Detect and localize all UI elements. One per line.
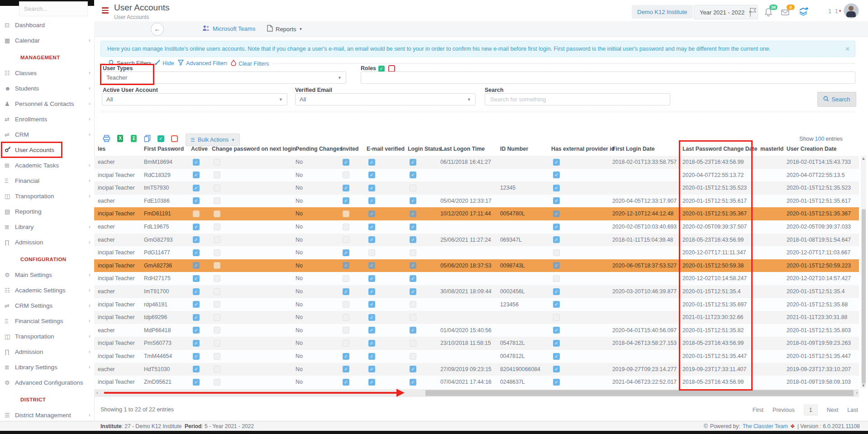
print-icon[interactable] <box>103 134 110 143</box>
checkbox-chg[interactable] <box>214 197 220 204</box>
checkbox-chg[interactable] <box>214 224 220 230</box>
column-header-role[interactable]: les <box>98 146 105 152</box>
classter-team-link[interactable]: The Classter Team <box>743 423 788 429</box>
sidebar-item-dashboard[interactable]: ⊡Dashboard <box>0 17 94 33</box>
advanced-filters-button[interactable]: Advanced Filters <box>174 60 232 67</box>
table-row[interactable]: eacherHdT51030✓No✓✓✓27/09/2019 09:23:158… <box>94 363 859 376</box>
checkbox-email[interactable]: ✓ <box>368 197 375 204</box>
checkbox-ext[interactable]: ✓ <box>553 210 560 217</box>
checkbox-active[interactable]: ✓ <box>193 159 200 166</box>
sidebar-item-transportation[interactable]: ◫Transportation‹ <box>0 188 94 204</box>
checkbox-email[interactable]: ✓ <box>368 379 375 386</box>
checkbox-login[interactable] <box>410 301 416 308</box>
table-row[interactable]: incipal Teacherrdp46191✓No✓123456✓2020-0… <box>94 298 859 311</box>
table-row[interactable]: incipal TeacherZmD95621✓No✓✓✓07/04/2021 … <box>94 376 859 389</box>
checkbox-active[interactable]: ✓ <box>193 172 200 178</box>
checkbox-email[interactable]: ✓ <box>368 353 375 360</box>
checkbox-ext[interactable]: ✓ <box>553 353 560 360</box>
checkbox-invited[interactable] <box>343 236 349 243</box>
checkbox-ext[interactable]: ✓ <box>553 379 560 386</box>
checkbox-invited[interactable]: ✓ <box>343 159 349 166</box>
checkbox-ext[interactable]: ✓ <box>553 185 560 191</box>
checkbox-chg[interactable] <box>214 159 220 166</box>
column-header-master[interactable]: masterId <box>760 146 783 152</box>
horizontal-scrollbar[interactable]: ‹ › <box>94 389 859 397</box>
verified-email-select[interactable]: All▼ <box>295 93 476 105</box>
sidebar-item-students[interactable]: ☻Students‹ <box>0 81 94 96</box>
table-row[interactable]: eacherFdL19675✓No✓✓✓2020-02-05T10:03:40.… <box>94 220 859 234</box>
column-header-pwd[interactable]: First Password <box>144 146 184 152</box>
sidebar-item-admission[interactable]: ∏Admission‹ <box>0 234 94 250</box>
table-row[interactable]: incipal TeacherPmS60773✓No✓23/10/2018 11… <box>94 337 859 350</box>
pagination-last[interactable]: Last <box>847 407 858 413</box>
checkbox-ext[interactable]: ✓ <box>553 172 560 178</box>
hide-filters-button[interactable]: Hide <box>151 60 178 67</box>
checkbox-invited[interactable] <box>343 301 349 308</box>
checkbox-chg[interactable] <box>214 236 220 243</box>
pagination-next[interactable]: Next <box>827 407 839 413</box>
checkbox-login[interactable]: ✓ <box>410 236 416 243</box>
mail-icon[interactable]: 0 <box>780 7 790 17</box>
user-menu-caret-icon[interactable]: ▾ <box>839 9 841 13</box>
select-all-icon[interactable]: ✓ <box>378 66 385 72</box>
checkbox-invited[interactable] <box>343 314 349 321</box>
sidebar-item-transportation[interactable]: ◫Transportation‹ <box>0 329 94 344</box>
sidebar-item-district-management[interactable]: ☰District Management‹ <box>0 407 94 423</box>
table-row[interactable]: incipal TeacherPdG11477✓No✓2020-12-07T17… <box>94 246 859 259</box>
checkbox-invited[interactable]: ✓ <box>343 366 349 372</box>
checkbox-invited[interactable]: ✓ <box>343 249 349 256</box>
column-header-chg[interactable]: Change password on next login <box>212 146 296 152</box>
pagination-current-page[interactable]: 1 <box>804 405 818 415</box>
checkbox-active[interactable]: ✓ <box>193 327 200 334</box>
checkbox-invited[interactable] <box>343 224 349 230</box>
column-header-first_login[interactable]: First Login Date <box>612 146 655 152</box>
sidebar-search-input[interactable] <box>19 1 88 16</box>
column-header-created[interactable]: User Creation Date <box>787 146 837 152</box>
checkbox-active[interactable]: ✓ <box>193 224 200 230</box>
scroll-down-icon[interactable]: ▼ <box>861 383 866 388</box>
column-header-last_pwd_change[interactable]: Last Password Change Date <box>682 146 757 152</box>
table-row[interactable]: eacherFdE10386✓No✓✓✓05/04/2020 12:33:17✓… <box>94 195 859 208</box>
table-row[interactable]: incipal Teachertdp69296✓No✓2021-01-11T23… <box>94 311 859 324</box>
checkbox-invited[interactable] <box>343 172 349 178</box>
checkbox-invited[interactable] <box>343 340 349 347</box>
checkbox-email[interactable]: ✓ <box>368 172 375 178</box>
checkbox-ext[interactable]: ✓ <box>553 159 560 166</box>
checkbox-chg[interactable] <box>214 249 220 256</box>
checkbox-chg[interactable] <box>214 327 220 334</box>
checkbox-active[interactable]: ✓ <box>193 249 200 256</box>
checkbox-chg[interactable] <box>214 172 220 178</box>
table-row[interactable]: incipal TeacherTmM44654✓No✓✓0047812L✓202… <box>94 350 859 363</box>
checkbox-login[interactable] <box>410 340 416 347</box>
bell-icon[interactable]: 34 <box>764 7 774 17</box>
checkbox-active[interactable]: ✓ <box>193 262 200 269</box>
checkbox-active[interactable]: ✓ <box>193 366 200 372</box>
checkbox-login[interactable]: ✓ <box>410 197 416 204</box>
horizontal-scrollbar-thumb[interactable] <box>425 390 854 396</box>
column-header-logon[interactable]: Last Logon Time <box>440 146 485 152</box>
sidebar-item-financial[interactable]: ΞFinancial‹ <box>0 173 94 188</box>
excel-icon[interactable]: X <box>116 134 124 143</box>
checkbox-chg[interactable] <box>214 262 220 269</box>
checkbox-ext[interactable]: ✓ <box>553 197 560 204</box>
quick-add-icon[interactable] <box>798 6 808 16</box>
checkbox-ext[interactable]: ✓ <box>553 301 560 308</box>
checkbox-ext[interactable]: ✓ <box>553 366 560 372</box>
checkbox-login[interactable] <box>410 249 416 256</box>
csv-icon[interactable]: ↧ <box>130 134 138 143</box>
pagination-previous[interactable]: Previous <box>773 407 795 413</box>
checkbox-chg[interactable] <box>214 379 220 386</box>
checkbox-chg[interactable] <box>214 288 220 295</box>
column-header-ext[interactable]: Has external provider id <box>551 146 615 152</box>
red-square-icon[interactable] <box>171 134 178 143</box>
scroll-left-icon[interactable]: ‹ <box>96 390 98 395</box>
sidebar-item-academic-tasks[interactable]: ⊞Academic Tasks‹ <box>0 157 94 173</box>
table-row[interactable]: incipal TeacherRdH27175✓No✓✓2020-12-02T1… <box>94 272 859 285</box>
checkbox-login[interactable]: ✓ <box>410 159 416 166</box>
column-header-active[interactable]: Active <box>191 146 208 152</box>
checkbox-ext[interactable]: ✓ <box>553 340 560 347</box>
checkbox-chg[interactable] <box>214 275 220 282</box>
sidebar-item-calendar[interactable]: ▦Calendar‹ <box>0 33 94 48</box>
checkbox-active[interactable]: ✓ <box>193 197 200 204</box>
checkbox-chg[interactable] <box>214 301 220 308</box>
